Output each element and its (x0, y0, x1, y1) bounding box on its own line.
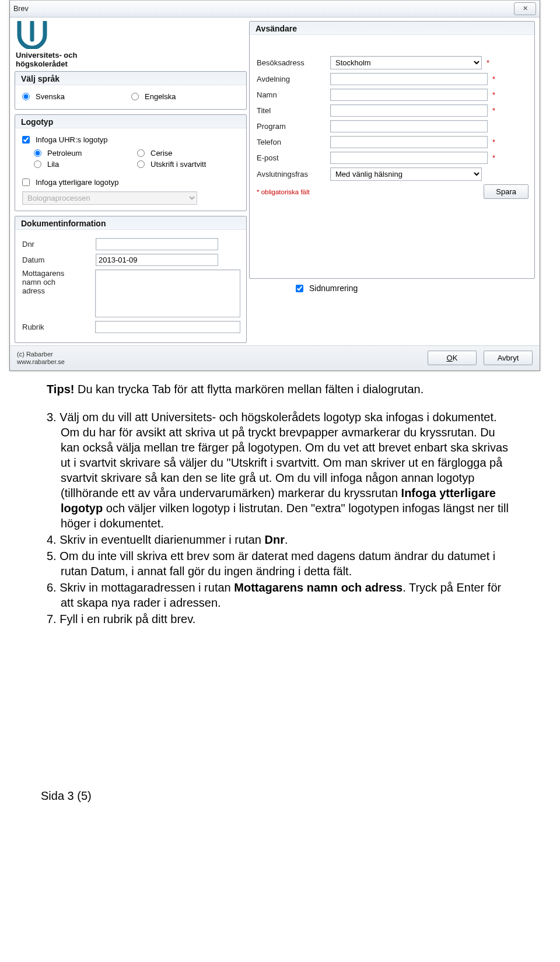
step-6: 6. Skriv in mottagaradressen i rutan Mot… (47, 580, 513, 610)
group-docinfo: Dokumentinformation Dnr Datum Mottagaren… (15, 216, 247, 343)
radio-engelska[interactable] (131, 93, 139, 100)
group-language: Välj språk Svenska Engelska (15, 71, 247, 110)
visit-label: Besöksadress (257, 58, 327, 67)
logo-text-line1: Universitets- och (16, 51, 247, 60)
recipient-input[interactable] (95, 270, 240, 317)
check-pagination-label: Sidnumrering (309, 284, 358, 293)
group-docinfo-title: Dokumentinformation (15, 216, 246, 230)
email-label: E-post (257, 153, 327, 162)
step-4: 4. Skriv in eventuellt diarienummer i ru… (47, 532, 513, 547)
uhr-logo-icon (16, 21, 247, 49)
close-icon[interactable]: ✕ (514, 2, 536, 15)
phone-input[interactable] (330, 136, 488, 148)
radio-engelska-label: Engelska (145, 92, 176, 101)
window-title: Brev (13, 5, 514, 13)
instruction-text: Tips! Du kan trycka Tab för att flytta m… (6, 371, 554, 627)
phone-label: Telefon (257, 138, 327, 146)
check-pagination[interactable] (296, 285, 303, 292)
radio-cerise[interactable] (137, 149, 145, 157)
radio-svenska[interactable] (22, 93, 30, 100)
ok-button[interactable]: OK (428, 351, 477, 365)
tips-lead: Tips! (47, 383, 74, 396)
subject-label: Rubrik (22, 323, 92, 331)
radio-petroleum-label: Petroleum (47, 149, 82, 158)
program-input[interactable] (330, 120, 488, 132)
date-input[interactable] (96, 254, 218, 266)
tips-rest: Du kan trycka Tab för att flytta marköre… (74, 383, 424, 396)
closing-label: Avslutningsfras (257, 170, 327, 179)
radio-svartvitt[interactable] (137, 160, 145, 168)
cancel-button[interactable]: Avbryt (484, 351, 533, 365)
group-sender: Avsändare Besöksadress Stockholm * Avdel… (249, 21, 535, 279)
step-5: 5. Om du inte vill skriva ett brev som ä… (47, 548, 513, 579)
subject-input[interactable] (95, 321, 240, 333)
group-logotyp-title: Logotyp (15, 115, 246, 128)
radio-cerise-label: Cerise (150, 149, 173, 158)
recipient-label: Mottagarens namn och adress (22, 270, 92, 296)
email-input[interactable] (330, 152, 488, 164)
dnr-label: Dnr (22, 240, 92, 249)
dept-label: Avdelning (257, 75, 327, 83)
dialog-footer: (c) Rabarber www.rabarber.se OK Avbryt (10, 345, 540, 370)
req-star: * (487, 58, 492, 67)
name-input[interactable] (330, 89, 488, 101)
group-logotyp: Logotyp Infoga UHR:s logotyp Petroleum (15, 114, 247, 211)
radio-lila[interactable] (34, 160, 41, 168)
title-input[interactable] (330, 104, 488, 117)
req-star: * (492, 90, 498, 99)
title-label: Titel (257, 106, 327, 115)
req-star: * (492, 106, 498, 115)
page-number: Sida 3 (5) (41, 789, 92, 803)
radio-petroleum[interactable] (34, 149, 41, 157)
req-star: * (492, 75, 498, 83)
check-infoga-uhr[interactable] (22, 136, 30, 144)
date-label: Datum (22, 256, 92, 264)
check-infoga-extra-label: Infoga ytterligare logotyp (36, 178, 118, 187)
closing-select[interactable]: Med vänlig hälsning (330, 167, 482, 181)
group-sender-title: Avsändare (250, 22, 534, 35)
step-7: 7. Fyll i en rubrik på ditt brev. (47, 611, 513, 627)
uhr-logo: Universitets- och högskolerådet (16, 21, 247, 69)
program-label: Program (257, 122, 327, 131)
req-star: * (492, 153, 498, 162)
check-infoga-uhr-label: Infoga UHR:s logotyp (36, 135, 108, 144)
req-star: * (492, 138, 498, 146)
radio-svenska-label: Svenska (36, 92, 65, 101)
dept-input[interactable] (330, 73, 488, 85)
logo-text-line2: högskolerådet (16, 60, 247, 69)
brev-dialog: Brev ✕ Universitets- och högskolerådet (9, 0, 540, 371)
name-label: Namn (257, 90, 327, 99)
visit-select[interactable]: Stockholm (330, 56, 482, 69)
dnr-input[interactable] (96, 238, 218, 250)
footer-credit: (c) Rabarber www.rabarber.se (17, 351, 421, 365)
check-infoga-extra[interactable] (22, 179, 30, 186)
radio-lila-label: Lila (47, 160, 59, 169)
radio-svartvitt-label: Utskrift i svartvitt (150, 160, 206, 169)
group-language-title: Välj språk (15, 72, 246, 85)
titlebar: Brev ✕ (10, 1, 540, 18)
select-extra-logotyp[interactable]: Bolognaprocessen (22, 191, 197, 205)
step-3: 3. Välj om du vill att Universitets- och… (47, 410, 513, 531)
save-button[interactable]: Spara (484, 184, 528, 199)
mandatory-note: * obligatoriska fält (257, 188, 480, 195)
